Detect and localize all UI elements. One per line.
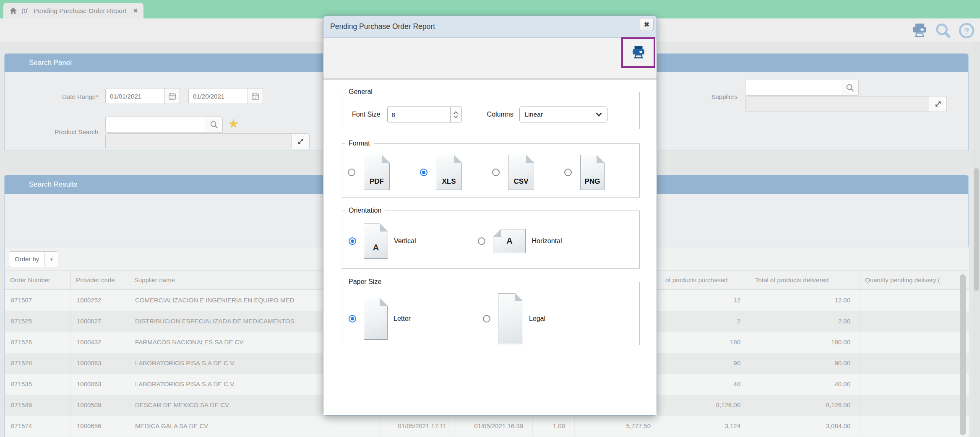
column-header: Provider code [71,271,129,289]
date-to-input[interactable] [188,88,248,104]
table-cell: 1.00 [533,416,575,437]
table-cell [860,311,969,332]
table-cell: MEDICA GALA SA DE CV [129,416,381,437]
paper-option-legal[interactable]: Legal [483,293,545,344]
print-dialog: Pending Purchase Order Report ✖ General … [323,16,657,416]
format-option-csv[interactable]: CSV [492,155,534,190]
table-cell: 180 [660,332,750,353]
csv-file-icon: CSV [508,155,534,190]
letter-label: Letter [394,315,411,323]
radio-letter[interactable] [349,315,356,323]
radio-xls[interactable] [420,169,427,176]
table-cell: 40.00 [750,374,860,395]
date-range-label: Date Range* [5,93,98,100]
product-selected-input[interactable] [105,133,292,149]
columns-select[interactable]: Linear [519,107,607,122]
table-cell: 871526 [5,332,71,353]
expand-icon[interactable] [929,96,947,112]
page-scrollbar-thumb[interactable] [974,168,979,291]
format-option-xls[interactable]: XLS [420,155,462,190]
column-header: Quantity pending delivery ( [860,271,969,289]
table-cell: 1000656 [71,416,129,437]
pdf-file-icon: PDF [364,155,390,190]
search-icon[interactable] [935,22,951,39]
calendar-icon[interactable] [165,88,180,104]
table-cell: 871525 [5,311,71,332]
date-from-group [105,88,180,104]
tab-pending-purchase-order-report[interactable]: Pending Purchase Order Report ✖ [28,3,143,18]
table-cell: 01/05/2021 17:11 [381,416,456,437]
tab-report-label: Pending Purchase Order Report [34,7,126,15]
font-size-input[interactable] [387,107,450,122]
table-row[interactable]: 8715741000656MEDICA GALA SA DE CV01/05/2… [5,416,969,437]
table-cell: 12 [660,290,750,311]
png-file-icon: PNG [580,155,605,190]
radio-csv[interactable] [492,169,500,176]
table-cell [860,353,969,374]
home-icon [9,7,17,14]
table-cell: 90.00 [750,353,860,374]
radio-png[interactable] [564,169,572,176]
font-size-spinner[interactable] [450,107,462,122]
table-cell: 3,084.00 [750,416,860,437]
radio-vertical[interactable] [349,237,356,245]
table-cell: 01/05/2021 16:39 [456,416,533,437]
product-search-label: Product Search [5,128,98,135]
radio-legal[interactable] [483,315,490,323]
product-search-input[interactable] [105,117,205,133]
order-by-button[interactable]: Order by ▾ [9,251,58,267]
help-icon[interactable]: ? [958,22,975,39]
table-cell: 5,777.50 [575,416,660,437]
svg-text:?: ? [964,26,970,36]
search-panel-title: Search Panel [29,59,72,67]
dialog-toolbar [323,38,657,80]
expand-icon[interactable] [292,133,310,149]
page-scrollbar[interactable] [973,42,980,437]
orientation-option-vertical[interactable]: A Vertical [349,224,416,259]
table-cell: 1000063 [71,374,129,395]
format-option-png[interactable]: PNG [564,155,605,190]
xls-file-icon: XLS [436,155,462,190]
radio-pdf[interactable] [348,169,355,176]
chevron-down-icon[interactable]: ▾ [44,252,58,267]
print-icon[interactable] [911,22,928,39]
font-size-group [387,107,462,122]
calendar-icon[interactable] [248,88,263,104]
table-cell: 1000027 [71,311,129,332]
table-cell: 871574 [5,416,71,437]
paper-option-letter[interactable]: Letter [349,293,411,344]
table-cell: 2.00 [750,311,860,332]
table-cell: 40 [660,374,750,395]
table-scrollbar-thumb[interactable] [960,274,966,435]
dialog-title: Pending Purchase Order Report [330,22,435,31]
suppliers-label: Suppliers [644,93,738,100]
column-header: Total of products delivered [750,271,860,289]
radio-horizontal[interactable] [478,237,485,245]
table-cell [860,416,969,437]
table-cell [860,395,969,416]
suppliers-search-input[interactable] [745,80,841,96]
table-cell: 871535 [5,374,71,395]
vertical-label: Vertical [394,237,416,245]
dialog-close-button[interactable]: ✖ [640,18,654,31]
tab-close-icon[interactable]: ✖ [133,8,138,14]
table-cell [860,374,969,395]
spinner-up-icon [454,111,458,114]
format-option-pdf[interactable]: PDF [348,155,390,190]
portrait-page-icon: A [364,224,388,259]
annotation-highlight-box [621,37,655,68]
search-magnifier-icon[interactable] [841,80,859,96]
suppliers-selected-input[interactable] [745,96,929,112]
column-header: of products purchased [660,271,750,289]
date-from-input[interactable] [105,88,165,104]
font-size-label: Font Size [352,111,381,118]
table-scrollbar[interactable] [960,274,966,435]
suppliers-selected-group [745,96,947,112]
favorite-star-icon[interactable]: ★ [228,117,239,130]
orientation-option-horizontal[interactable]: A Horizontal [478,224,562,259]
search-results-title: Search Results [29,180,77,189]
search-magnifier-icon[interactable] [205,117,223,133]
general-fieldset: General Font Size Columns Linear [342,88,640,129]
landscape-page-icon: A [493,229,526,253]
column-header: Order Number [5,271,71,289]
